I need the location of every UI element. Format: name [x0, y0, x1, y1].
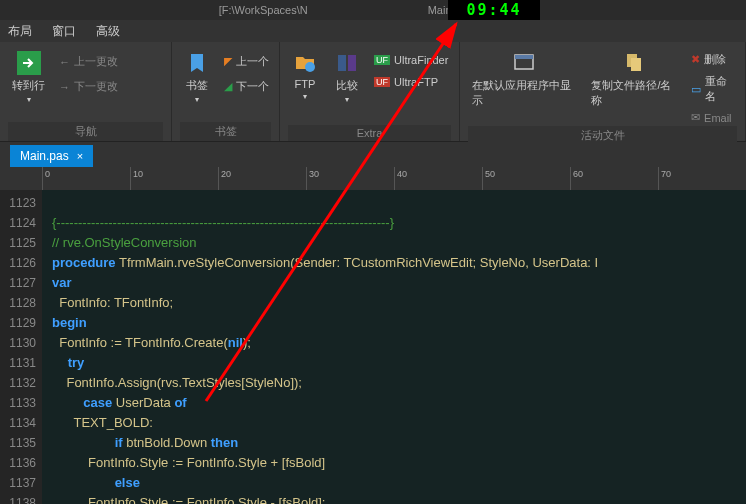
delete-icon: ✖	[691, 53, 700, 66]
ruler-tick: 60	[570, 167, 583, 190]
svg-rect-2	[338, 55, 346, 71]
open-default-label: 在默认应用程序中显示	[472, 78, 575, 108]
arrow-down-right-icon: ◢	[224, 80, 232, 93]
email-icon: ✉	[691, 111, 700, 124]
uftp-label: UltraFTP	[394, 76, 438, 88]
title-bar: [F:\WorkSpaces\N Main.pas] - UltraEdit	[0, 0, 746, 20]
prev-change-label: 上一更改	[74, 54, 118, 69]
copy-path-label: 复制文件路径/名称	[591, 78, 677, 108]
line-number: 1134	[0, 413, 36, 433]
rename-button[interactable]: ▭重命名	[689, 72, 737, 106]
next-bookmark-button[interactable]: ◢下一个	[222, 77, 271, 96]
line-number: 1137	[0, 473, 36, 493]
svg-rect-3	[348, 55, 356, 71]
email-button[interactable]: ✉Email	[689, 109, 737, 126]
group-active-label: 活动文件	[468, 126, 737, 145]
next-change-label: 下一更改	[74, 79, 118, 94]
copy-icon	[621, 50, 647, 76]
line-number: 1127	[0, 273, 36, 293]
line-number: 1124	[0, 213, 36, 233]
group-nav-label: 导航	[8, 122, 163, 141]
group-extra-label: Extra	[288, 125, 451, 141]
ruler-tick: 50	[482, 167, 495, 190]
ultrafinder-button[interactable]: UFUltraFinder	[372, 52, 450, 68]
uftp-icon: UF	[374, 77, 390, 87]
line-number: 1128	[0, 293, 36, 313]
line-number: 1135	[0, 433, 36, 453]
ruler-tick: 10	[130, 167, 143, 190]
rename-icon: ▭	[691, 83, 701, 96]
line-number: 1129	[0, 313, 36, 333]
tab-main-pas[interactable]: Main.pas ×	[10, 145, 93, 167]
editor-area: 1123112411251126112711281129113011311132…	[0, 190, 746, 504]
uf-label: UltraFinder	[394, 54, 448, 66]
line-number: 1136	[0, 453, 36, 473]
menu-layout[interactable]: 布局	[8, 23, 32, 40]
ultraftp-button[interactable]: UFUltraFTP	[372, 74, 450, 90]
code-content[interactable]: {---------------------------------------…	[42, 190, 746, 504]
line-number: 1130	[0, 333, 36, 353]
ruler-tick: 20	[218, 167, 231, 190]
ftp-label: FTP	[295, 78, 316, 90]
menu-advanced[interactable]: 高级	[96, 23, 120, 40]
arrow-right-icon: →	[59, 81, 70, 93]
prev-bm-label: 上一个	[236, 54, 269, 69]
compare-icon	[334, 50, 360, 76]
bookmark-icon	[184, 50, 210, 76]
line-gutter: 1123112411251126112711281129113011311132…	[0, 190, 42, 504]
ftp-button[interactable]: FTP ▾	[288, 46, 322, 105]
email-label: Email	[704, 112, 732, 124]
line-number: 1123	[0, 193, 36, 213]
prev-bookmark-button[interactable]: ◤上一个	[222, 52, 271, 71]
ruler-tick: 0	[42, 167, 50, 190]
next-change-button[interactable]: →下一更改	[57, 77, 120, 96]
open-default-button[interactable]: 在默认应用程序中显示	[468, 46, 579, 112]
title-text-left: [F:\WorkSpaces\N	[219, 4, 308, 16]
ruler-tick: 70	[658, 167, 671, 190]
menu-window[interactable]: 窗口	[52, 23, 76, 40]
bookmark-button[interactable]: 书签 ▾	[180, 46, 214, 108]
next-bm-label: 下一个	[236, 79, 269, 94]
prev-change-button[interactable]: ←上一更改	[57, 52, 120, 71]
rename-label: 重命名	[705, 74, 735, 104]
ftp-icon	[292, 50, 318, 76]
line-number: 1132	[0, 373, 36, 393]
svg-point-1	[305, 62, 315, 72]
delete-button[interactable]: ✖删除	[689, 50, 737, 69]
group-bookmark-label: 书签	[180, 122, 271, 141]
ruler-tick: 40	[394, 167, 407, 190]
tab-close-icon[interactable]: ×	[77, 150, 83, 162]
uf-icon: UF	[374, 55, 390, 65]
arrow-left-icon: ←	[59, 56, 70, 68]
tab-label: Main.pas	[20, 149, 69, 163]
clock-overlay: 09:44	[448, 0, 540, 20]
menu-bar: 布局 窗口 高级	[0, 20, 746, 42]
svg-rect-5	[515, 55, 533, 59]
goto-label: 转到行	[12, 78, 45, 93]
goto-arrow-icon	[16, 50, 42, 76]
ruler: 01020304050607080	[0, 167, 746, 190]
line-number: 1125	[0, 233, 36, 253]
ribbon: 转到行 ▾ ←上一更改 →下一更改 导航 书签 ▾ ◤上一个 ◢下一个 书签	[0, 42, 746, 142]
copy-path-button[interactable]: 复制文件路径/名称	[587, 46, 681, 112]
bookmark-label: 书签	[186, 78, 208, 93]
arrow-up-left-icon: ◤	[224, 55, 232, 68]
compare-button[interactable]: 比较 ▾	[330, 46, 364, 108]
goto-line-button[interactable]: 转到行 ▾	[8, 46, 49, 108]
line-number: 1138	[0, 493, 36, 504]
line-number: 1133	[0, 393, 36, 413]
ruler-tick: 30	[306, 167, 319, 190]
svg-rect-7	[631, 58, 641, 71]
delete-label: 删除	[704, 52, 726, 67]
line-number: 1131	[0, 353, 36, 373]
window-icon	[511, 50, 537, 76]
line-number: 1126	[0, 253, 36, 273]
tab-strip: Main.pas ×	[0, 142, 746, 167]
compare-label: 比较	[336, 78, 358, 93]
